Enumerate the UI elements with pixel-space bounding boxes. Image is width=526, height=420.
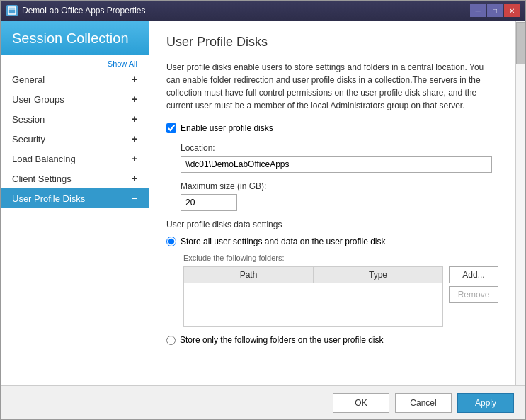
- radio-some-folders[interactable]: [166, 336, 176, 345]
- exclude-folders-table: Path Type: [183, 266, 443, 327]
- sidebar-item-user-groups[interactable]: User Groups +: [1, 89, 149, 109]
- show-all-link[interactable]: Show All: [1, 55, 149, 69]
- page-title: User Profile Disks: [166, 35, 498, 50]
- radio-all-label[interactable]: Store all user settings and data on the …: [181, 237, 386, 246]
- add-button[interactable]: Add...: [449, 266, 498, 283]
- table-body: [184, 283, 442, 326]
- location-label: Location:: [181, 143, 498, 153]
- data-settings-label: User profile disks data settings: [166, 220, 498, 229]
- sidebar-item-session[interactable]: Session +: [1, 109, 149, 129]
- col-path: Path: [184, 267, 314, 283]
- minimize-button[interactable]: ─: [470, 4, 486, 17]
- main-panel: User Profile Disks User profile disks en…: [149, 21, 515, 385]
- maximize-button[interactable]: □: [487, 4, 503, 17]
- sidebar-expand-icon-security: +: [132, 133, 137, 144]
- window-controls: ─ □ ✕: [470, 4, 520, 17]
- max-size-label: Maximum size (in GB):: [181, 181, 498, 191]
- svg-rect-0: [8, 7, 16, 14]
- title-bar-left: DemoLab Office Apps Properties: [6, 5, 146, 16]
- table-header: Path Type: [184, 267, 442, 283]
- app-icon: [6, 5, 18, 16]
- footer: OK Cancel Apply: [1, 385, 525, 419]
- radio-some-label[interactable]: Store only the following folders on the …: [180, 335, 384, 345]
- sidebar-title: Session Collection: [12, 30, 137, 47]
- scrollbar-thumb[interactable]: [516, 22, 525, 64]
- max-size-input[interactable]: [181, 194, 237, 211]
- sidebar-expand-icon-session: +: [132, 113, 137, 125]
- max-size-group: Maximum size (in GB):: [166, 181, 498, 211]
- col-type: Type: [314, 267, 442, 283]
- sidebar-nav: General + User Groups + Session + Securi…: [1, 69, 149, 385]
- title-bar: DemoLab Office Apps Properties ─ □ ✕: [1, 1, 525, 21]
- window-title: DemoLab Office Apps Properties: [22, 6, 146, 16]
- radio-all-settings-row: Store all user settings and data on the …: [166, 237, 498, 246]
- exclude-folders-area: Path Type Add... Remove: [166, 266, 498, 327]
- enable-upd-label[interactable]: Enable user profile disks: [181, 123, 273, 133]
- location-input[interactable]: [181, 156, 492, 173]
- sidebar-expand-icon-general: +: [132, 74, 137, 85]
- description-text: User profile disks enable users to store…: [166, 61, 498, 112]
- ok-button[interactable]: OK: [333, 393, 389, 413]
- exclude-label: Exclude the following folders:: [166, 254, 498, 262]
- location-group: Location:: [166, 143, 498, 173]
- sidebar: Session Collection Show All General + Us…: [1, 21, 149, 385]
- remove-button[interactable]: Remove: [449, 286, 498, 303]
- sidebar-header: Session Collection: [1, 21, 149, 55]
- sidebar-expand-icon-user-profile-disks: −: [132, 193, 137, 204]
- enable-checkbox-row: Enable user profile disks: [166, 123, 498, 133]
- table-action-buttons: Add... Remove: [449, 266, 498, 327]
- enable-upd-checkbox[interactable]: [166, 123, 176, 133]
- close-button[interactable]: ✕: [504, 4, 520, 17]
- sidebar-item-load-balancing[interactable]: Load Balancing +: [1, 149, 149, 169]
- radio-some-folders-row: Store only the following folders on the …: [166, 335, 498, 345]
- sidebar-item-client-settings[interactable]: Client Settings +: [1, 169, 149, 188]
- sidebar-expand-icon-client-settings: +: [132, 173, 137, 184]
- radio-all-settings[interactable]: [166, 237, 176, 246]
- sidebar-item-security[interactable]: Security +: [1, 129, 149, 149]
- scrollbar[interactable]: [515, 21, 525, 385]
- sidebar-expand-icon-user-groups: +: [132, 93, 137, 105]
- content-area: Session Collection Show All General + Us…: [1, 21, 525, 385]
- apply-button[interactable]: Apply: [457, 393, 514, 413]
- sidebar-item-user-profile-disks[interactable]: User Profile Disks −: [1, 188, 149, 208]
- cancel-button[interactable]: Cancel: [395, 393, 452, 413]
- sidebar-item-general[interactable]: General +: [1, 69, 149, 89]
- sidebar-expand-icon-load-balancing: +: [132, 153, 137, 164]
